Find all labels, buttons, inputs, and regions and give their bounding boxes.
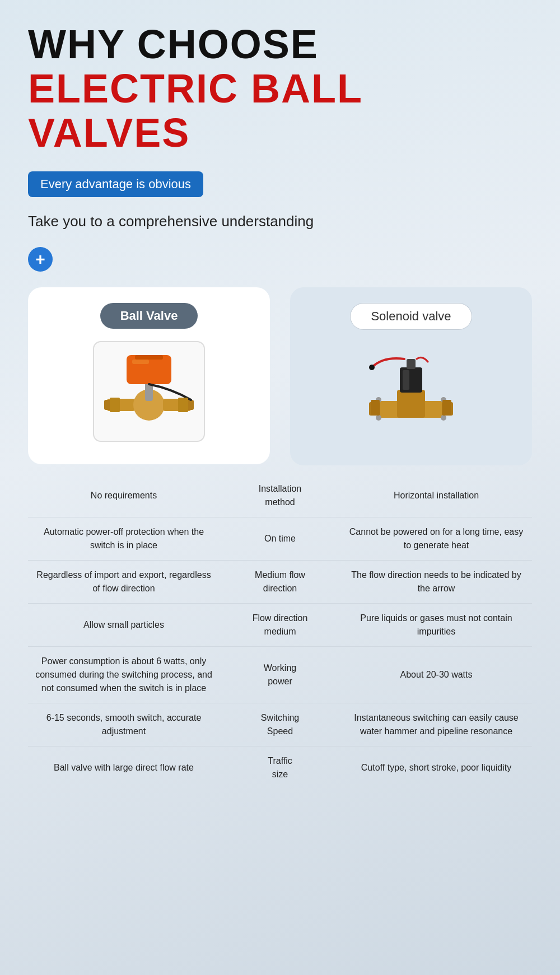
left-value: Ball valve with large direct flow rate <box>28 746 220 789</box>
center-label: Workingpower <box>220 646 340 703</box>
comparison-row: No requirementsInstallationmethodHorizon… <box>28 474 532 517</box>
svg-rect-9 <box>110 398 120 412</box>
svg-rect-8 <box>132 360 149 364</box>
svg-rect-12 <box>397 390 425 418</box>
svg-rect-23 <box>442 400 451 416</box>
comparison-table-wrapper: No requirementsInstallationmethodHorizon… <box>28 474 532 789</box>
subtitle-text: Take you to a comprehensive understandin… <box>28 213 532 230</box>
right-card: Solenoid valve <box>290 287 532 465</box>
comparison-row: Ball valve with large direct flow rateTr… <box>28 746 532 789</box>
center-label: Flow directionmedium <box>220 603 340 646</box>
center-label: Trafficsize <box>220 746 340 789</box>
right-value: Pure liquids or gases must not contain i… <box>340 603 532 646</box>
svg-rect-22 <box>371 400 380 416</box>
svg-rect-15 <box>407 359 416 369</box>
svg-point-21 <box>441 415 446 421</box>
right-value: About 20-30 watts <box>340 646 532 703</box>
right-value: Instantaneous switching can easily cause… <box>340 703 532 746</box>
ball-valve-image <box>93 341 205 442</box>
comparison-section: Ball Valve <box>28 287 532 465</box>
left-value: Regardless of import and export, regardl… <box>28 560 220 603</box>
svg-point-19 <box>376 415 381 421</box>
left-value: No requirements <box>28 474 220 517</box>
ball-valve-label: Ball Valve <box>100 303 198 329</box>
left-value: 6-15 seconds, smooth switch, accurate ad… <box>28 703 220 746</box>
page-wrapper: WHY CHOOSE ELECTRIC BALL VALVES Every ad… <box>0 0 560 823</box>
comparison-table: No requirementsInstallationmethodHorizon… <box>28 474 532 789</box>
svg-point-24 <box>369 365 375 370</box>
main-title-line2: ELECTRIC BALL VALVES <box>28 67 532 155</box>
comparison-row: Allow small particlesFlow directionmediu… <box>28 603 532 646</box>
comparison-row: Automatic power-off protection when the … <box>28 517 532 560</box>
svg-rect-10 <box>178 398 188 412</box>
right-value: Cutoff type, short stroke, poor liquidit… <box>340 746 532 789</box>
comparison-row: 6-15 seconds, smooth switch, accurate ad… <box>28 703 532 746</box>
main-title-line1: WHY CHOOSE <box>28 22 532 67</box>
right-value: Horizontal installation <box>340 474 532 517</box>
solenoid-valve-image <box>355 342 467 443</box>
svg-rect-7 <box>135 355 163 360</box>
center-label: On time <box>220 517 340 560</box>
right-value: The flow direction needs to be indicated… <box>340 560 532 603</box>
advantage-badge: Every advantage is obvious <box>28 171 203 197</box>
left-value: Allow small particles <box>28 603 220 646</box>
center-label: Installationmethod <box>220 474 340 517</box>
right-value: Cannot be powered on for a long time, ea… <box>340 517 532 560</box>
left-value: Power consumption is about 6 watts, only… <box>28 646 220 703</box>
plus-button[interactable]: + <box>28 247 53 272</box>
comparison-row: Power consumption is about 6 watts, only… <box>28 646 532 703</box>
svg-rect-14 <box>403 370 409 390</box>
center-label: SwitchingSpeed <box>220 703 340 746</box>
left-value: Automatic power-off protection when the … <box>28 517 220 560</box>
solenoid-valve-label: Solenoid valve <box>350 303 472 330</box>
left-card: Ball Valve <box>28 287 270 464</box>
comparison-row: Regardless of import and export, regardl… <box>28 560 532 603</box>
center-label: Medium flowdirection <box>220 560 340 603</box>
